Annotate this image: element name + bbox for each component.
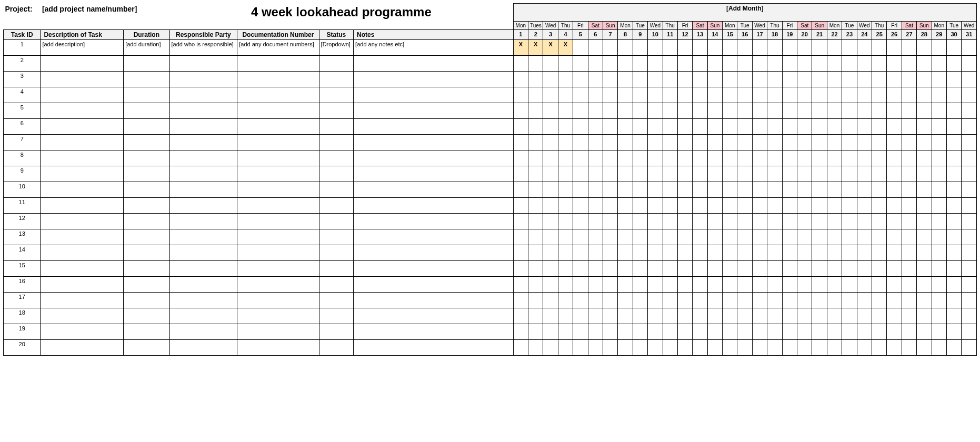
gantt-cell[interactable] [513,72,528,87]
gantt-cell[interactable] [902,182,916,198]
gantt-cell[interactable] [962,308,977,324]
gantt-cell[interactable] [618,324,633,340]
gantt-cell[interactable] [887,150,902,166]
gantt-cell[interactable] [797,229,812,245]
gantt-cell[interactable] [737,87,752,103]
gantt-cell[interactable] [872,214,886,229]
gantt-cell[interactable] [737,229,752,245]
gantt-cell[interactable] [887,245,902,261]
gantt-cell[interactable] [603,182,617,198]
gantt-cell[interactable] [857,277,872,293]
gantt-cell[interactable] [558,324,573,340]
gantt-cell[interactable] [513,245,528,261]
gantt-cell[interactable] [827,56,842,72]
status-dropdown[interactable] [319,229,354,245]
gantt-cell[interactable] [887,324,902,340]
gantt-cell[interactable] [902,214,916,229]
gantt-cell[interactable] [633,56,647,72]
gantt-cell[interactable] [782,87,797,103]
gantt-cell[interactable] [723,87,737,103]
gantt-cell[interactable] [917,261,932,277]
responsible-cell[interactable] [169,214,237,229]
gantt-cell[interactable] [528,119,543,135]
gantt-cell[interactable] [707,261,722,277]
gantt-cell[interactable] [573,245,588,261]
gantt-cell[interactable] [648,40,663,56]
gantt-cell[interactable] [887,72,902,87]
gantt-cell[interactable] [812,182,827,198]
gantt-cell[interactable] [946,103,961,119]
responsible-cell[interactable] [169,103,237,119]
gantt-cell[interactable] [558,182,573,198]
gantt-cell[interactable] [962,340,977,356]
gantt-cell[interactable] [707,324,722,340]
gantt-cell[interactable] [693,166,707,182]
notes-cell[interactable] [354,150,514,166]
duration-cell[interactable] [124,198,169,214]
gantt-cell[interactable] [917,340,932,356]
gantt-cell[interactable] [812,277,827,293]
gantt-cell[interactable] [543,245,558,261]
gantt-cell[interactable]: X [513,40,528,56]
gantt-cell[interactable] [543,72,558,87]
gantt-cell[interactable] [528,308,543,324]
status-dropdown[interactable] [319,72,354,87]
gantt-cell[interactable] [693,293,707,308]
notes-cell[interactable] [354,56,514,72]
gantt-cell[interactable] [842,72,857,87]
gantt-cell[interactable] [782,166,797,182]
gantt-cell[interactable] [902,245,916,261]
gantt-cell[interactable] [513,277,528,293]
duration-cell[interactable] [124,277,169,293]
gantt-cell[interactable] [648,56,663,72]
gantt-cell[interactable] [573,72,588,87]
gantt-cell[interactable] [707,135,722,150]
gantt-cell[interactable] [573,214,588,229]
gantt-cell[interactable] [513,214,528,229]
gantt-cell[interactable] [513,340,528,356]
gantt-cell[interactable] [737,261,752,277]
gantt-cell[interactable] [797,261,812,277]
gantt-cell[interactable] [827,166,842,182]
gantt-cell[interactable] [723,261,737,277]
gantt-cell[interactable] [737,245,752,261]
gantt-cell[interactable] [932,150,946,166]
status-dropdown[interactable] [319,340,354,356]
gantt-cell[interactable] [677,40,692,56]
gantt-cell[interactable] [693,245,707,261]
gantt-cell[interactable] [723,72,737,87]
gantt-cell[interactable] [782,72,797,87]
notes-cell[interactable] [354,103,514,119]
gantt-cell[interactable] [573,277,588,293]
gantt-cell[interactable] [767,72,782,87]
gantt-cell[interactable] [872,324,886,340]
gantt-cell[interactable] [767,87,782,103]
gantt-cell[interactable] [946,340,961,356]
gantt-cell[interactable] [723,166,737,182]
gantt-cell[interactable] [932,293,946,308]
duration-cell[interactable] [124,229,169,245]
duration-cell[interactable] [124,214,169,229]
gantt-cell[interactable] [588,324,603,340]
gantt-cell[interactable] [797,198,812,214]
gantt-cell[interactable] [917,150,932,166]
gantt-cell[interactable] [962,214,977,229]
gantt-cell[interactable] [707,103,722,119]
gantt-cell[interactable] [737,293,752,308]
gantt-cell[interactable] [782,245,797,261]
duration-cell[interactable] [124,293,169,308]
gantt-cell[interactable] [677,166,692,182]
gantt-cell[interactable] [752,277,767,293]
gantt-cell[interactable] [962,261,977,277]
gantt-cell[interactable] [633,261,647,277]
gantt-cell[interactable] [946,245,961,261]
gantt-cell[interactable] [618,340,633,356]
gantt-cell[interactable] [842,150,857,166]
gantt-cell[interactable] [932,261,946,277]
gantt-cell[interactable] [932,308,946,324]
duration-cell[interactable] [124,135,169,150]
gantt-cell[interactable] [707,293,722,308]
gantt-cell[interactable] [677,308,692,324]
gantt-cell[interactable] [648,229,663,245]
gantt-cell[interactable] [693,229,707,245]
